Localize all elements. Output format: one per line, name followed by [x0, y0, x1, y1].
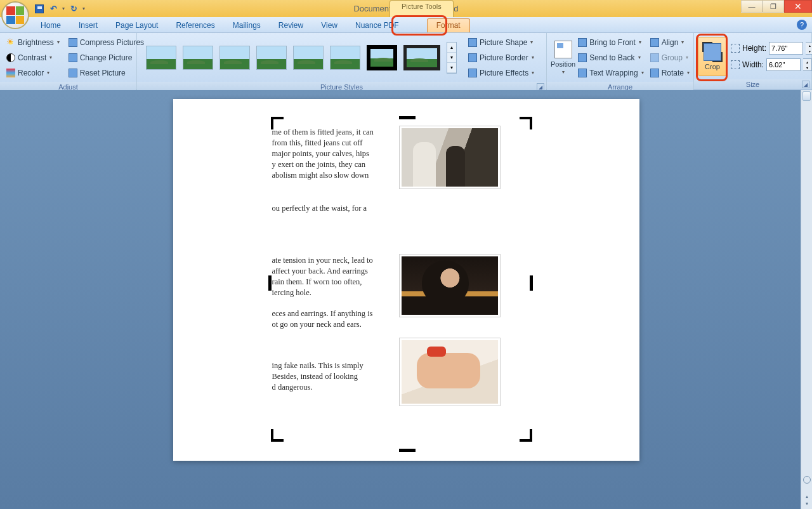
change-picture-button[interactable]: Change Picture	[66, 51, 147, 64]
image-earrings	[402, 256, 498, 315]
crop-handle-mr[interactable]	[530, 275, 542, 291]
save-icon	[35, 4, 44, 13]
undo-dropdown[interactable]: ▾	[62, 6, 65, 11]
gallery-scroll: ▴ ▾ ▾	[447, 42, 457, 74]
text-wrapping-button[interactable]: Text Wrapping▾	[575, 66, 646, 79]
rotate-icon	[650, 69, 659, 77]
tab-insert[interactable]: Insert	[70, 19, 107, 32]
compress-icon	[69, 38, 77, 47]
style-thumb-6[interactable]	[330, 46, 360, 70]
document-area: me of them is fitted jeans, it can from …	[0, 90, 812, 509]
tab-view[interactable]: View	[312, 19, 346, 32]
crop-button[interactable]: Crop	[698, 37, 727, 76]
group-size: Crop Height: 7.76" ▴▾ Width: 6.02" ▴▾	[694, 33, 812, 89]
style-thumb-7[interactable]	[367, 45, 397, 70]
paragraph-1: me of them is fitted jeans, it can from …	[272, 127, 393, 180]
crop-handle-bm[interactable]	[399, 439, 416, 452]
brightness-icon	[6, 38, 15, 47]
recolor-button[interactable]: Recolor▾	[4, 66, 62, 79]
gallery-more[interactable]: ▾	[447, 63, 456, 73]
bring-to-front-button[interactable]: Bring to Front▾	[575, 36, 646, 49]
restore-icon: ❐	[770, 3, 776, 11]
close-icon: ✕	[794, 1, 802, 11]
size-launcher[interactable]: ◢	[802, 81, 809, 88]
page[interactable]: me of them is fitted jeans, it can from …	[173, 99, 639, 461]
group-label-size: Size◢	[694, 79, 811, 89]
style-thumb-3[interactable]	[219, 46, 250, 70]
crop-handle-br[interactable]	[520, 429, 532, 442]
compress-pictures-button[interactable]: Compress Pictures	[66, 36, 147, 49]
save-button[interactable]	[34, 4, 44, 14]
image-jeans	[402, 128, 498, 187]
browse-object-button[interactable]	[803, 476, 811, 484]
tab-nuance-pdf[interactable]: Nuance PDF	[346, 19, 408, 32]
minimize-button[interactable]: —	[741, 0, 763, 13]
style-thumb-2[interactable]	[183, 46, 213, 70]
align-icon	[650, 38, 659, 47]
picture-border-button[interactable]: Picture Border▾	[466, 51, 537, 64]
document-image-2[interactable]	[399, 254, 501, 317]
group-arrange: Position ▾ Bring to Front▾ Send to Back▾…	[547, 33, 694, 89]
width-label: Width:	[742, 60, 764, 69]
group-button[interactable]: Group▾	[648, 51, 692, 64]
chevron-down-icon: ▾	[47, 70, 49, 76]
tab-review[interactable]: Review	[270, 19, 312, 32]
align-button[interactable]: Align▾	[648, 36, 692, 49]
tab-mailings[interactable]: Mailings	[224, 19, 270, 32]
group-icon	[650, 53, 659, 62]
picture-effects-button[interactable]: Picture Effects▾	[466, 66, 537, 79]
style-thumb-1[interactable]	[146, 46, 176, 70]
image-nails	[402, 340, 498, 404]
group-adjust: Brightness▾ Contrast▾ Recolor▾ Compress …	[0, 33, 137, 89]
qat-customize[interactable]: ▾	[82, 6, 85, 11]
recolor-icon	[6, 69, 15, 77]
height-label: Height:	[742, 44, 766, 53]
reset-picture-button[interactable]: Reset Picture	[66, 66, 147, 79]
vertical-scrollbar[interactable]: ▴ ▾	[801, 90, 812, 509]
minimize-icon: —	[749, 3, 756, 10]
crop-icon	[704, 43, 721, 61]
tab-format[interactable]: Format	[427, 18, 470, 32]
text-wrap-icon	[578, 69, 587, 77]
document-image-1[interactable]	[399, 126, 501, 189]
undo-button[interactable]: ↶	[48, 4, 58, 14]
prev-page-button[interactable]: ▴	[806, 494, 808, 499]
width-icon	[731, 60, 740, 69]
tab-page-layout[interactable]: Page Layout	[107, 19, 167, 32]
ribbon: Brightness▾ Contrast▾ Recolor▾ Compress …	[0, 33, 812, 90]
close-button[interactable]: ✕	[784, 0, 812, 13]
paragraph-3: ing fake nails. This is simply Besides, …	[272, 360, 393, 393]
context-tab-picture-tools[interactable]: Picture Tools	[390, 0, 454, 17]
scroll-thumb[interactable]	[802, 91, 811, 101]
height-spinner[interactable]: ▴▾	[806, 42, 812, 55]
contrast-icon	[6, 53, 15, 62]
width-spinner[interactable]: ▴▾	[803, 58, 812, 71]
document-image-3[interactable]	[399, 338, 501, 406]
send-to-back-button[interactable]: Send to Back▾	[575, 51, 646, 64]
style-thumb-4[interactable]	[256, 46, 287, 70]
picture-style-gallery: ▴ ▾ ▾	[141, 38, 462, 77]
gallery-down[interactable]: ▾	[447, 53, 456, 63]
help-button[interactable]: ?	[797, 20, 807, 30]
style-thumb-5[interactable]	[293, 46, 324, 70]
tab-references[interactable]: References	[167, 19, 223, 32]
position-button[interactable]: Position ▾	[551, 37, 575, 78]
picture-shape-button[interactable]: Picture Shape▾	[466, 36, 537, 49]
crop-handle-tr[interactable]	[520, 117, 532, 129]
tab-home[interactable]: Home	[32, 19, 70, 32]
contrast-button[interactable]: Contrast▾	[4, 51, 62, 64]
ribbon-tabs: Home Insert Page Layout References Maili…	[0, 17, 812, 33]
width-input[interactable]: 6.02"	[766, 58, 801, 71]
office-logo-icon	[6, 6, 24, 24]
reset-picture-icon	[69, 69, 77, 77]
style-thumb-8[interactable]	[403, 45, 440, 70]
gallery-up[interactable]: ▴	[447, 43, 456, 53]
redo-button[interactable]: ↻	[69, 4, 79, 14]
office-button[interactable]	[1, 1, 29, 29]
height-input[interactable]: 7.76"	[769, 42, 803, 55]
crop-handle-bl[interactable]	[271, 429, 284, 442]
next-page-button[interactable]: ▾	[806, 501, 808, 506]
brightness-button[interactable]: Brightness▾	[4, 36, 62, 49]
restore-button[interactable]: ❐	[763, 0, 784, 13]
rotate-button[interactable]: Rotate▾	[648, 66, 692, 79]
